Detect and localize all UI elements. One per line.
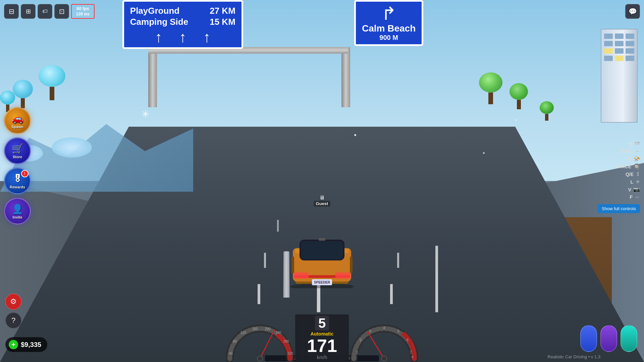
settings-icon: ⚙ bbox=[10, 297, 17, 306]
grid-icon: ⊡ bbox=[59, 7, 65, 15]
color-orbs bbox=[580, 325, 637, 352]
handbrake-key: SPACE bbox=[615, 164, 631, 169]
svg-point-15 bbox=[257, 356, 263, 361]
control-handbrake: SPACE 🔘 bbox=[598, 163, 640, 170]
car-svg: SPEEDER bbox=[287, 230, 357, 288]
flip-key: F bbox=[630, 194, 633, 200]
invite-button[interactable]: 👤 Invite bbox=[4, 198, 31, 225]
view-key: V bbox=[628, 187, 631, 192]
grid-button[interactable]: ⊡ bbox=[54, 4, 69, 19]
color-orb-blue[interactable] bbox=[580, 325, 597, 352]
snow-bush-1 bbox=[52, 137, 92, 158]
lane-mark-2 bbox=[264, 253, 266, 268]
control-map: M 🗺 bbox=[598, 141, 640, 147]
svg-text:160: 160 bbox=[252, 327, 258, 331]
highway-sign-left: PlayGround 27 KM Camping Side 15 KM ↑ ↑ … bbox=[122, 0, 243, 49]
game-version: v 1.3 bbox=[591, 354, 600, 359]
svg-text:6: 6 bbox=[407, 338, 409, 342]
dashboard: 40 80 120 160 200 240 280 320 5 Automati… bbox=[235, 318, 409, 362]
color-orb-teal[interactable] bbox=[621, 325, 637, 352]
speed-unit: km/h bbox=[295, 355, 349, 360]
screenshot-icon: ⊟ bbox=[9, 7, 14, 15]
svg-text:240: 240 bbox=[276, 331, 281, 335]
control-lights: L ☀ bbox=[598, 179, 640, 185]
record-icon: ⊞ bbox=[26, 8, 31, 15]
lane-mark-r2 bbox=[397, 253, 399, 268]
spawn-button[interactable]: 🚗 Spawn bbox=[4, 107, 31, 134]
view-icon: 📷 bbox=[633, 186, 640, 193]
svg-rect-5 bbox=[301, 241, 343, 259]
sign-calm-beach-dist: 900 M bbox=[362, 34, 416, 42]
rewards-icon: 🎖 bbox=[13, 173, 22, 184]
screenshot-button[interactable]: ⊟ bbox=[4, 4, 19, 19]
rpm-svg: 1 2 3 4 5 6 7 8 bbox=[349, 318, 419, 362]
sign-arrow-left: ↑ bbox=[155, 30, 162, 45]
tree-right-3 bbox=[540, 101, 554, 121]
sign-arrow-right: ↑ bbox=[203, 30, 211, 45]
svg-text:4: 4 bbox=[383, 326, 385, 330]
money-display: + $9,335 bbox=[5, 337, 47, 352]
sign-playground-dist: 27 KM bbox=[210, 6, 235, 16]
rewards-badge: ! bbox=[21, 170, 29, 177]
svg-rect-8 bbox=[335, 273, 351, 279]
svg-text:2: 2 bbox=[360, 338, 362, 342]
record-button[interactable]: ⊞ bbox=[21, 4, 36, 19]
svg-rect-13 bbox=[319, 238, 325, 241]
tree-left-2 bbox=[39, 65, 65, 100]
fps-counter: 60 fps 139 ms bbox=[71, 4, 95, 19]
version-separator: • bbox=[588, 354, 591, 359]
building-right bbox=[601, 29, 638, 123]
svg-point-25 bbox=[381, 356, 387, 361]
store-label: Store bbox=[13, 155, 22, 159]
invite-label: Invite bbox=[13, 215, 22, 219]
rewards-label: Rewards bbox=[10, 185, 25, 189]
gantry-pole-left bbox=[148, 47, 157, 107]
gear-box: 5 bbox=[315, 316, 329, 330]
highway-sign-right: ↱ Calm Beach 900 M bbox=[354, 0, 423, 46]
player-car: SPEEDER bbox=[287, 230, 357, 290]
svg-rect-12 bbox=[350, 256, 353, 273]
svg-text:280: 280 bbox=[283, 340, 289, 343]
speedometer-svg: 40 80 120 160 200 240 280 320 bbox=[225, 318, 295, 362]
side-menu: 🚗 Spawn 🛒 Store ! 🎖 Rewards 👤 Invite bbox=[4, 107, 31, 225]
settings-button[interactable]: ⚙ bbox=[5, 294, 21, 310]
player-name-text: Guest bbox=[314, 201, 330, 206]
controls-legend: M 🗺 Z/X/C ↔ H 📯 SPACE 🔘 Q/E ⇕ L ☀ V 📷 F bbox=[598, 141, 640, 213]
fps-value: 60 fps bbox=[76, 6, 89, 12]
snow-dot-2 bbox=[483, 152, 485, 154]
tree-left-1 bbox=[13, 80, 33, 108]
color-orb-purple[interactable] bbox=[600, 325, 617, 352]
chat-area: 💬 bbox=[625, 4, 640, 19]
svg-text:120: 120 bbox=[240, 331, 246, 335]
rewards-button[interactable]: ! 🎖 Rewards bbox=[4, 168, 31, 194]
show-full-controls-button[interactable]: Show full controls bbox=[598, 204, 640, 213]
tree-right-1 bbox=[509, 83, 528, 109]
sign-calm-beach-label: Calm Beach bbox=[362, 23, 416, 34]
help-button[interactable]: ? bbox=[5, 312, 21, 328]
control-horn: H 📯 bbox=[598, 156, 640, 162]
game-scene: ✳ PlayGround 27 KM Camping Side 15 KM ↑ … bbox=[0, 0, 644, 362]
control-camera: Z/X/C ↔ bbox=[598, 148, 640, 154]
chat-button[interactable]: 💬 bbox=[625, 4, 640, 19]
snow-dot-1 bbox=[354, 134, 356, 136]
lane-mark-r1 bbox=[390, 284, 393, 304]
right-edge-line bbox=[435, 246, 438, 312]
svg-text:80: 80 bbox=[233, 340, 237, 343]
add-money-button[interactable]: + bbox=[9, 340, 18, 349]
svg-text:3: 3 bbox=[369, 329, 371, 333]
camera-icon: ↔ bbox=[635, 148, 640, 154]
sign-arrow-center: ↑ bbox=[179, 30, 186, 45]
toolbar-topleft: ⊟ ⊞ 🏷 ⊡ 60 fps 139 ms bbox=[4, 4, 95, 19]
svg-text:1: 1 bbox=[356, 350, 358, 354]
map-key: M bbox=[629, 141, 633, 146]
windows-key: Q/E bbox=[626, 172, 634, 177]
money-amount: $9,335 bbox=[21, 341, 41, 349]
control-view: V 📷 bbox=[598, 186, 640, 193]
handbrake-icon: 🔘 bbox=[633, 163, 640, 170]
svg-text:SPEEDER: SPEEDER bbox=[314, 281, 330, 284]
map-icon: 🗺 bbox=[635, 141, 640, 147]
camera-key: Z/X/C bbox=[621, 148, 633, 154]
clip-button[interactable]: 🏷 bbox=[38, 4, 52, 19]
store-button[interactable]: 🛒 Store bbox=[4, 137, 31, 164]
chat-icon: 💬 bbox=[629, 7, 637, 15]
